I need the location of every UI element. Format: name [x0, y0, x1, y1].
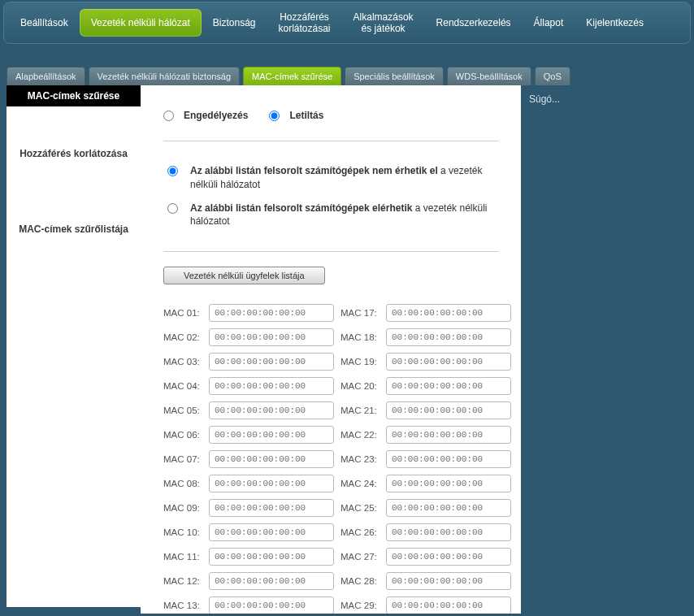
- tab-wds[interactable]: WDS-beállítások: [447, 67, 531, 85]
- mac-row: MAC 22:: [340, 426, 511, 444]
- topnav-item-status[interactable]: Állapot: [523, 12, 575, 33]
- mac-input-25[interactable]: [386, 499, 511, 517]
- radio-allow-access[interactable]: [167, 203, 178, 214]
- mac-label: MAC 10:: [163, 527, 209, 537]
- mac-input-04[interactable]: [209, 377, 334, 395]
- mac-row: MAC 01:: [163, 304, 334, 322]
- mac-input-18[interactable]: [386, 328, 511, 346]
- mac-label: MAC 13:: [163, 601, 209, 610]
- mac-label: MAC 09:: [163, 503, 209, 513]
- mac-input-08[interactable]: [209, 475, 334, 492]
- mac-label: MAC 25:: [340, 503, 386, 513]
- wireless-client-list-button[interactable]: Vezeték nélküli ügyfelek listája: [163, 267, 325, 284]
- topnav-item-apps[interactable]: Alkalmazások és játékok: [342, 7, 425, 40]
- tab-qos[interactable]: QoS: [535, 67, 570, 85]
- topnav-item-logout[interactable]: Kijelentkezés: [575, 12, 655, 33]
- mac-input-29[interactable]: [386, 596, 511, 614]
- mac-label: MAC 17:: [340, 308, 386, 318]
- mac-input-27[interactable]: [386, 548, 511, 566]
- mac-input-26[interactable]: [386, 523, 511, 541]
- help-title[interactable]: Súgó...: [529, 93, 679, 105]
- mac-label: MAC 11:: [163, 552, 209, 562]
- sub-nav: Alapbeállítások Vezeték nélküli hálózati…: [7, 67, 687, 85]
- mac-label: MAC 07:: [163, 454, 209, 464]
- mac-input-21[interactable]: [386, 401, 511, 419]
- mac-label: MAC 29:: [340, 601, 386, 610]
- tab-advanced[interactable]: Speciális beállítások: [345, 67, 444, 85]
- mac-row: MAC 08:: [163, 475, 334, 492]
- mac-row: MAC 05:: [163, 401, 334, 419]
- mac-label: MAC 12:: [163, 576, 209, 586]
- mac-row: MAC 02:: [163, 328, 334, 346]
- mac-input-24[interactable]: [386, 475, 511, 492]
- mac-row: MAC 06:: [163, 426, 334, 444]
- mac-row: MAC 24:: [340, 475, 511, 492]
- mac-input-10[interactable]: [209, 523, 334, 541]
- mac-input-01[interactable]: [209, 304, 334, 322]
- topnav-item-wireless[interactable]: Vezeték nélküli hálózat: [80, 9, 202, 37]
- mac-label: MAC 01:: [163, 308, 209, 318]
- mac-input-06[interactable]: [209, 426, 334, 444]
- tab-basic[interactable]: Alapbeállítások: [7, 67, 85, 85]
- mac-row: MAC 17:: [340, 304, 511, 322]
- mac-label: MAC 24:: [340, 479, 386, 488]
- mac-label: MAC 22:: [340, 430, 386, 440]
- mac-input-22[interactable]: [386, 426, 511, 444]
- mac-input-28[interactable]: [386, 572, 511, 590]
- radio-deny-access[interactable]: [167, 166, 178, 176]
- topnav-item-access[interactable]: Hozzáférés korlátozásai: [267, 7, 342, 40]
- mac-label: MAC 19:: [340, 357, 386, 367]
- mac-label: MAC 23:: [340, 454, 386, 464]
- mac-label: MAC 20:: [340, 381, 386, 391]
- mac-label: MAC 04:: [163, 381, 209, 391]
- mac-row: MAC 07:: [163, 450, 334, 468]
- radio-deny-label: Az alábbi listán felsorolt számítógépek …: [190, 164, 498, 192]
- mac-row: MAC 28:: [340, 572, 511, 590]
- tab-macfilter[interactable]: MAC-címek szűrése: [243, 67, 341, 85]
- mac-row: MAC 20:: [340, 377, 511, 395]
- radio-disable[interactable]: [269, 111, 280, 121]
- mac-row: MAC 21:: [340, 401, 511, 419]
- mac-input-02[interactable]: [209, 328, 334, 346]
- mac-row: MAC 13:: [163, 596, 334, 614]
- mac-row: MAC 19:: [340, 353, 511, 371]
- topnav-item-settings[interactable]: Beállítások: [9, 12, 80, 33]
- topnav-item-security[interactable]: Biztonság: [202, 12, 267, 33]
- mac-input-12[interactable]: [209, 572, 334, 590]
- mac-label: MAC 05:: [163, 406, 209, 415]
- mac-row: MAC 27:: [340, 548, 511, 566]
- mac-label: MAC 21:: [340, 406, 386, 415]
- tab-wsec[interactable]: Vezeték nélküli hálózati biztonság: [89, 67, 241, 85]
- radio-enable[interactable]: [163, 111, 174, 121]
- mac-row: MAC 03:: [163, 353, 334, 371]
- left-section-maclist: MAC-címek szűrőlistája: [7, 211, 141, 246]
- topnav-item-admin[interactable]: Rendszerkezelés: [425, 12, 523, 33]
- mac-input-13[interactable]: [209, 596, 334, 614]
- mac-row: MAC 18:: [340, 328, 511, 346]
- mac-input-03[interactable]: [209, 353, 334, 371]
- mac-input-20[interactable]: [386, 377, 511, 395]
- top-nav: Beállítások Vezeték nélküli hálózat Bizt…: [3, 2, 691, 44]
- mac-input-07[interactable]: [209, 450, 334, 468]
- mac-input-09[interactable]: [209, 499, 334, 517]
- access-mode-block: Az alábbi listán felsorolt számítógépek …: [163, 156, 498, 236]
- mac-label: MAC 28:: [340, 576, 386, 586]
- mac-label: MAC 08:: [163, 479, 209, 488]
- divider: [163, 251, 498, 252]
- mac-row: MAC 12:: [163, 572, 334, 590]
- mac-label: MAC 27:: [340, 552, 386, 562]
- mac-input-17[interactable]: [386, 304, 511, 322]
- mac-label: MAC 26:: [340, 527, 386, 537]
- mac-input-05[interactable]: [209, 401, 334, 419]
- left-column: MAC-címek szűrése Hozzáférés korlátozása…: [7, 85, 141, 614]
- mac-row: MAC 26:: [340, 523, 511, 541]
- content-area: Engedélyezés Letiltás Az alábbi listán f…: [141, 85, 521, 614]
- enable-row: Engedélyezés Letiltás: [163, 105, 498, 126]
- mac-input-23[interactable]: [386, 450, 511, 468]
- mac-row: MAC 04:: [163, 377, 334, 395]
- page-title: MAC-címek szűrése: [7, 85, 141, 106]
- mac-row: MAC 09:: [163, 499, 334, 517]
- mac-input-19[interactable]: [386, 353, 511, 371]
- mac-input-11[interactable]: [209, 548, 334, 566]
- mac-label: MAC 03:: [163, 357, 209, 367]
